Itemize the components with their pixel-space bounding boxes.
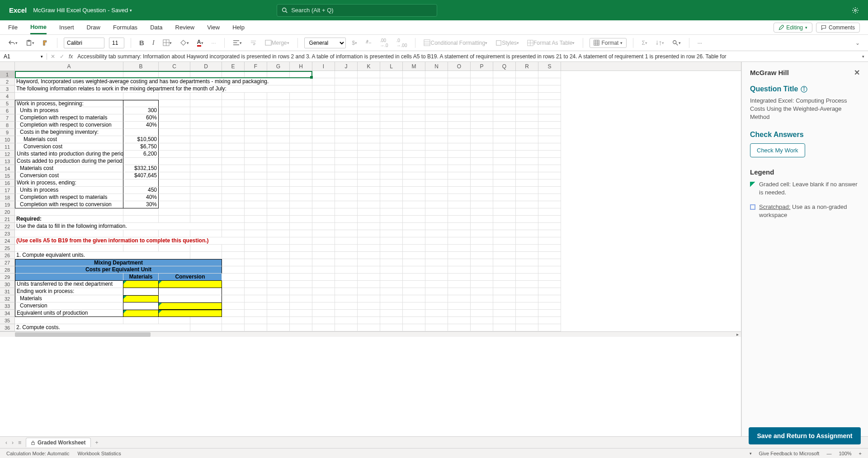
cell[interactable]: 40% bbox=[123, 194, 159, 201]
cell[interactable] bbox=[516, 136, 538, 143]
cell[interactable] bbox=[335, 259, 358, 266]
menu-draw[interactable]: Draw bbox=[87, 21, 100, 33]
cell[interactable] bbox=[538, 216, 561, 223]
cell[interactable] bbox=[267, 274, 290, 281]
find-button[interactable]: ▾ bbox=[670, 39, 683, 47]
cell[interactable] bbox=[538, 266, 561, 274]
cell[interactable] bbox=[425, 266, 448, 274]
cell[interactable] bbox=[403, 114, 425, 122]
percent-button[interactable]: .0 bbox=[363, 39, 373, 47]
cell[interactable] bbox=[123, 158, 159, 165]
cell[interactable] bbox=[222, 158, 245, 165]
cell[interactable] bbox=[516, 172, 538, 179]
cell[interactable] bbox=[493, 122, 516, 129]
cell[interactable] bbox=[380, 187, 403, 194]
cell[interactable] bbox=[516, 129, 538, 136]
cell[interactable]: Conversion cost bbox=[15, 172, 123, 179]
cell[interactable] bbox=[380, 274, 403, 281]
cell[interactable] bbox=[403, 201, 425, 208]
cell[interactable]: Units started into production during the… bbox=[15, 151, 123, 158]
cell[interactable] bbox=[190, 107, 222, 114]
cell[interactable] bbox=[159, 288, 222, 295]
cell[interactable] bbox=[493, 259, 516, 266]
cell[interactable] bbox=[190, 71, 222, 78]
cell[interactable] bbox=[380, 129, 403, 136]
cell[interactable] bbox=[493, 158, 516, 165]
cell[interactable] bbox=[493, 187, 516, 194]
cell[interactable] bbox=[403, 165, 425, 172]
cell[interactable] bbox=[245, 216, 267, 223]
cell[interactable] bbox=[123, 100, 159, 107]
cell[interactable] bbox=[358, 143, 380, 151]
cell[interactable] bbox=[403, 274, 425, 281]
sheet-tab-graded-worksheet[interactable]: Graded Worksheet bbox=[26, 438, 90, 447]
cell[interactable] bbox=[222, 100, 245, 107]
cell[interactable] bbox=[267, 136, 290, 143]
cell[interactable] bbox=[222, 165, 245, 172]
cell[interactable] bbox=[380, 158, 403, 165]
cell[interactable] bbox=[312, 114, 335, 122]
cell[interactable] bbox=[538, 201, 561, 208]
cell[interactable] bbox=[425, 78, 448, 85]
cell[interactable] bbox=[267, 223, 290, 230]
cell[interactable] bbox=[245, 302, 267, 310]
cell[interactable] bbox=[493, 281, 516, 288]
row-header[interactable]: 20 bbox=[0, 208, 14, 216]
row-header[interactable]: 26 bbox=[0, 252, 14, 259]
paste-button[interactable]: ▾ bbox=[24, 38, 36, 47]
cell[interactable] bbox=[471, 310, 493, 317]
cell[interactable] bbox=[471, 274, 493, 281]
cell[interactable] bbox=[335, 85, 358, 93]
cell[interactable] bbox=[403, 281, 425, 288]
cell[interactable] bbox=[380, 122, 403, 129]
cell[interactable] bbox=[471, 266, 493, 274]
cell[interactable] bbox=[471, 179, 493, 187]
cell[interactable] bbox=[516, 216, 538, 223]
cell[interactable] bbox=[312, 122, 335, 129]
cell[interactable] bbox=[159, 114, 190, 122]
horizontal-scrollbar[interactable]: ▸ bbox=[0, 331, 741, 337]
cell[interactable] bbox=[471, 324, 493, 331]
cell[interactable] bbox=[222, 208, 245, 216]
sort-filter-button[interactable]: ▾ bbox=[654, 39, 666, 47]
cell[interactable] bbox=[516, 78, 538, 85]
cell[interactable] bbox=[159, 201, 190, 208]
cell[interactable] bbox=[245, 187, 267, 194]
cell[interactable] bbox=[403, 208, 425, 216]
cell[interactable] bbox=[358, 317, 380, 324]
cell[interactable] bbox=[358, 252, 380, 259]
cell[interactable] bbox=[425, 114, 448, 122]
cell[interactable] bbox=[448, 151, 471, 158]
cell[interactable] bbox=[380, 179, 403, 187]
cell[interactable] bbox=[538, 158, 561, 165]
cell[interactable] bbox=[425, 259, 448, 266]
italic-button[interactable]: I bbox=[151, 38, 156, 47]
row-header[interactable]: 18 bbox=[0, 194, 14, 201]
cell[interactable] bbox=[222, 288, 245, 295]
cell[interactable] bbox=[358, 107, 380, 114]
cell[interactable] bbox=[290, 136, 312, 143]
ribbon-collapse-button[interactable]: ⌄ bbox=[854, 39, 862, 47]
cell[interactable] bbox=[493, 107, 516, 114]
feedback-link[interactable]: Give Feedback to Microsoft bbox=[759, 451, 820, 456]
menu-view[interactable]: View bbox=[207, 21, 220, 33]
menu-help[interactable]: Help bbox=[232, 21, 245, 33]
menu-data[interactable]: Data bbox=[150, 21, 162, 33]
cell[interactable] bbox=[245, 274, 267, 281]
cell[interactable] bbox=[403, 143, 425, 151]
row-header[interactable]: 25 bbox=[0, 245, 14, 252]
cell[interactable]: (Use cells A5 to B19 from the given info… bbox=[15, 237, 245, 245]
cell[interactable] bbox=[516, 317, 538, 324]
row-header[interactable]: 19 bbox=[0, 201, 14, 208]
cell[interactable] bbox=[538, 324, 561, 331]
row-header[interactable]: 31 bbox=[0, 288, 14, 295]
cell[interactable] bbox=[448, 274, 471, 281]
cell[interactable] bbox=[358, 274, 380, 281]
cell[interactable] bbox=[471, 252, 493, 259]
cell[interactable] bbox=[448, 216, 471, 223]
cell[interactable] bbox=[380, 216, 403, 223]
cell[interactable] bbox=[222, 245, 245, 252]
cell[interactable] bbox=[312, 107, 335, 114]
cell[interactable] bbox=[448, 85, 471, 93]
cell[interactable] bbox=[380, 114, 403, 122]
